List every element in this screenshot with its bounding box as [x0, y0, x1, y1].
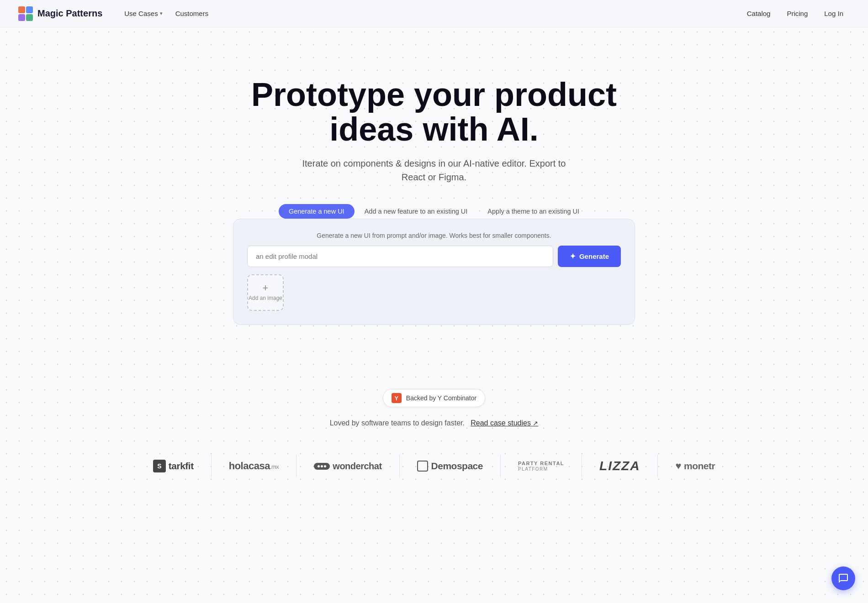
chat-bubble-button[interactable] — [831, 566, 855, 590]
nav-pricing-link[interactable]: Pricing — [780, 7, 814, 20]
generate-button[interactable]: ✦ Generate — [558, 246, 621, 267]
nav-use-cases[interactable]: Use Cases ▾ — [119, 7, 168, 20]
logo-link[interactable]: Magic Patterns — [18, 6, 102, 21]
tab-generate-new-ui[interactable]: Generate a new UI — [279, 204, 355, 219]
case-studies-link[interactable]: Read case studies ↗ — [471, 419, 538, 427]
logo-item-lizza: LIZZA — [582, 455, 658, 477]
nav-catalog-link[interactable]: Catalog — [741, 7, 777, 20]
add-image-button[interactable]: + Add an image — [247, 274, 284, 311]
nav-login-link[interactable]: Log In — [818, 7, 850, 20]
chevron-down-icon: ▾ — [160, 10, 163, 16]
logo-icon-br — [26, 14, 33, 21]
tab-apply-theme[interactable]: Apply a theme to an existing UI — [477, 204, 589, 219]
prompt-input-row: ✦ Generate — [247, 246, 621, 267]
logo-icon-tr — [26, 6, 33, 13]
nav-links: Use Cases ▾ Customers — [119, 7, 214, 20]
starkfit-icon: S — [153, 460, 166, 472]
logo-item-wonderchat: wonderchat — [296, 455, 399, 477]
logo-item-partyrent: PARTY RENTAL PLATFORM — [501, 455, 582, 477]
loved-text: Loved by software teams to design faster… — [0, 419, 868, 427]
arrow-icon: ↗ — [533, 419, 538, 427]
tabs-row: Generate a new UI Add a new feature to a… — [9, 204, 859, 219]
yc-badge-text: Backed by Y Combinator — [406, 394, 476, 402]
yc-logo: Y — [392, 393, 402, 403]
heart-icon: ♥ — [675, 460, 681, 472]
nav-customers[interactable]: Customers — [170, 7, 214, 20]
sparkle-icon: ✦ — [570, 252, 576, 261]
nav-right: Catalog Pricing Log In — [741, 7, 850, 20]
plus-icon: + — [263, 283, 269, 293]
hero-subtitle: Iterate on components & designs in our A… — [297, 157, 571, 184]
logo-icon — [18, 6, 33, 21]
logo-item-monetr: ♥ monetr — [658, 455, 732, 477]
demospace-icon — [417, 461, 428, 472]
tab-add-feature[interactable]: Add a new feature to an existing UI — [355, 204, 478, 219]
wonderchat-icon — [314, 463, 330, 470]
prompt-hint: Generate a new UI from prompt and/or ima… — [247, 232, 621, 239]
logos-bar: S tarkfit holacasa.mx wonderchat D — [0, 446, 868, 487]
yc-section: Y Backed by Y Combinator Loved by softwa… — [0, 389, 868, 491]
prompt-input[interactable] — [247, 246, 553, 267]
logo-item-holacasa: holacasa.mx — [212, 455, 297, 477]
chat-icon — [838, 573, 849, 584]
hero-title: Prototype your product ideas with AI. — [247, 78, 621, 147]
prompt-container: Generate a new UI from prompt and/or ima… — [233, 219, 635, 325]
nav-left: Magic Patterns Use Cases ▾ Customers — [18, 6, 214, 21]
logo-item-starkfit: S tarkfit — [136, 455, 212, 477]
logo-icon-tl — [18, 6, 25, 13]
navbar: Magic Patterns Use Cases ▾ Customers Cat… — [0, 0, 868, 27]
logo-item-demospace: Demospace — [400, 455, 501, 477]
yc-badge: Y Backed by Y Combinator — [383, 389, 485, 407]
logo-text: Magic Patterns — [37, 8, 102, 19]
hero-section: Prototype your product ideas with AI. It… — [0, 27, 868, 352]
logo-icon-bl — [18, 14, 25, 21]
